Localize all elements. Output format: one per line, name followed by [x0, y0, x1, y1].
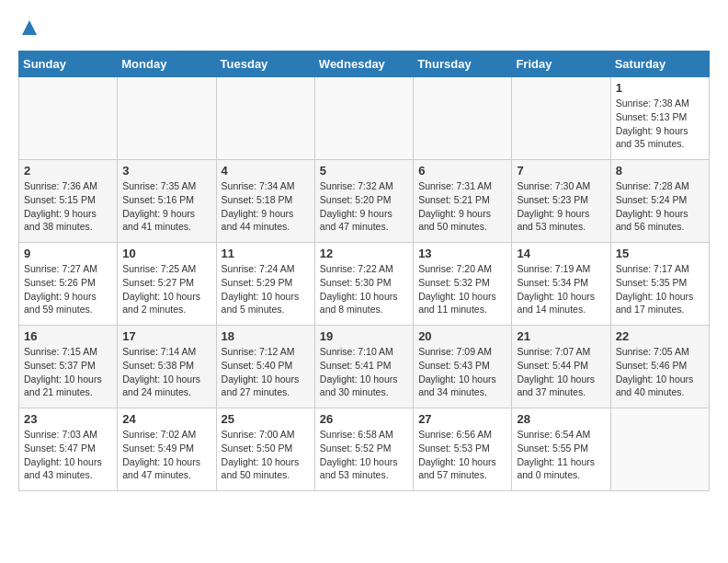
- day-cell: 22Sunrise: 7:05 AM Sunset: 5:46 PM Dayli…: [610, 326, 709, 408]
- day-number: 16: [24, 329, 112, 343]
- header-cell-thursday: Thursday: [414, 52, 512, 77]
- day-number: 25: [222, 412, 310, 426]
- day-cell: 7Sunrise: 7:30 AM Sunset: 5:23 PM Daylig…: [512, 160, 610, 243]
- header-cell-sunday: Sunday: [19, 52, 118, 77]
- day-info: Sunrise: 7:00 AM Sunset: 5:50 PM Dayligh…: [222, 428, 310, 482]
- day-number: 26: [320, 412, 408, 426]
- week-row-4: 16Sunrise: 7:15 AM Sunset: 5:37 PM Dayli…: [19, 326, 710, 408]
- day-cell: 16Sunrise: 7:15 AM Sunset: 5:37 PM Dayli…: [19, 326, 118, 408]
- day-info: Sunrise: 7:02 AM Sunset: 5:49 PM Dayligh…: [122, 428, 210, 482]
- day-info: Sunrise: 7:19 AM Sunset: 5:34 PM Dayligh…: [517, 262, 605, 316]
- day-number: 12: [320, 247, 408, 260]
- week-row-1: 1Sunrise: 7:38 AM Sunset: 5:13 PM Daylig…: [19, 77, 710, 160]
- day-number: 27: [418, 412, 506, 426]
- header-cell-monday: Monday: [118, 52, 216, 77]
- day-number: 9: [24, 247, 112, 260]
- header-cell-friday: Friday: [512, 52, 610, 77]
- day-cell: 6Sunrise: 7:31 AM Sunset: 5:21 PM Daylig…: [414, 160, 512, 243]
- day-info: Sunrise: 6:56 AM Sunset: 5:53 PM Dayligh…: [418, 428, 506, 482]
- day-number: 21: [517, 329, 605, 343]
- day-cell: 2Sunrise: 7:36 AM Sunset: 5:15 PM Daylig…: [19, 160, 118, 243]
- day-info: Sunrise: 7:36 AM Sunset: 5:15 PM Dayligh…: [24, 179, 112, 234]
- day-cell: 3Sunrise: 7:35 AM Sunset: 5:16 PM Daylig…: [118, 160, 216, 243]
- day-cell: 14Sunrise: 7:19 AM Sunset: 5:34 PM Dayli…: [512, 243, 610, 326]
- week-row-2: 2Sunrise: 7:36 AM Sunset: 5:15 PM Daylig…: [19, 160, 710, 243]
- day-number: 14: [517, 247, 605, 260]
- calendar-header-row: SundayMondayTuesdayWednesdayThursdayFrid…: [19, 52, 710, 77]
- day-cell: 18Sunrise: 7:12 AM Sunset: 5:40 PM Dayli…: [216, 326, 314, 408]
- calendar-body: 1Sunrise: 7:38 AM Sunset: 5:13 PM Daylig…: [19, 77, 710, 491]
- week-row-3: 9Sunrise: 7:27 AM Sunset: 5:26 PM Daylig…: [19, 243, 710, 326]
- day-info: Sunrise: 7:31 AM Sunset: 5:21 PM Dayligh…: [418, 179, 506, 234]
- day-cell: 27Sunrise: 6:56 AM Sunset: 5:53 PM Dayli…: [414, 408, 512, 491]
- day-info: Sunrise: 7:05 AM Sunset: 5:46 PM Dayligh…: [616, 345, 704, 399]
- day-number: 22: [616, 329, 704, 343]
- week-row-5: 23Sunrise: 7:03 AM Sunset: 5:47 PM Dayli…: [19, 408, 710, 491]
- day-cell: [216, 77, 314, 160]
- day-cell: 15Sunrise: 7:17 AM Sunset: 5:35 PM Dayli…: [610, 243, 709, 326]
- header: [18, 18, 710, 41]
- day-cell: 17Sunrise: 7:14 AM Sunset: 5:38 PM Dayli…: [118, 326, 216, 408]
- day-cell: 19Sunrise: 7:10 AM Sunset: 5:41 PM Dayli…: [314, 326, 413, 408]
- day-number: 19: [320, 329, 408, 343]
- day-cell: 12Sunrise: 7:22 AM Sunset: 5:30 PM Dayli…: [314, 243, 413, 326]
- day-number: 1: [616, 81, 704, 95]
- day-info: Sunrise: 7:25 AM Sunset: 5:27 PM Dayligh…: [122, 262, 210, 316]
- logo: [18, 18, 39, 41]
- svg-marker-0: [22, 20, 37, 35]
- day-number: 2: [24, 164, 112, 178]
- day-info: Sunrise: 7:30 AM Sunset: 5:23 PM Dayligh…: [517, 179, 605, 234]
- day-number: 23: [24, 412, 112, 426]
- day-cell: 9Sunrise: 7:27 AM Sunset: 5:26 PM Daylig…: [19, 243, 118, 326]
- day-info: Sunrise: 7:35 AM Sunset: 5:16 PM Dayligh…: [122, 179, 210, 234]
- day-info: Sunrise: 7:12 AM Sunset: 5:40 PM Dayligh…: [222, 345, 310, 399]
- day-cell: 26Sunrise: 6:58 AM Sunset: 5:52 PM Dayli…: [314, 408, 413, 491]
- day-cell: 13Sunrise: 7:20 AM Sunset: 5:32 PM Dayli…: [414, 243, 512, 326]
- day-number: 24: [122, 412, 210, 426]
- day-info: Sunrise: 7:34 AM Sunset: 5:18 PM Dayligh…: [222, 179, 310, 234]
- day-info: Sunrise: 7:32 AM Sunset: 5:20 PM Dayligh…: [320, 179, 408, 234]
- day-info: Sunrise: 7:14 AM Sunset: 5:38 PM Dayligh…: [122, 345, 210, 399]
- day-cell: 20Sunrise: 7:09 AM Sunset: 5:43 PM Dayli…: [414, 326, 512, 408]
- day-cell: 23Sunrise: 7:03 AM Sunset: 5:47 PM Dayli…: [19, 408, 118, 491]
- day-cell: [314, 77, 413, 160]
- day-number: 8: [616, 164, 704, 178]
- day-cell: 11Sunrise: 7:24 AM Sunset: 5:29 PM Dayli…: [216, 243, 314, 326]
- day-cell: [512, 77, 610, 160]
- day-number: 10: [122, 247, 210, 260]
- day-info: Sunrise: 7:17 AM Sunset: 5:35 PM Dayligh…: [616, 262, 704, 316]
- day-info: Sunrise: 7:20 AM Sunset: 5:32 PM Dayligh…: [418, 262, 506, 316]
- day-number: 11: [222, 247, 310, 260]
- day-info: Sunrise: 7:03 AM Sunset: 5:47 PM Dayligh…: [24, 428, 112, 482]
- day-info: Sunrise: 7:09 AM Sunset: 5:43 PM Dayligh…: [418, 345, 506, 399]
- day-cell: 28Sunrise: 6:54 AM Sunset: 5:55 PM Dayli…: [512, 408, 610, 491]
- header-cell-tuesday: Tuesday: [216, 52, 314, 77]
- day-info: Sunrise: 7:28 AM Sunset: 5:24 PM Dayligh…: [616, 179, 704, 234]
- day-info: Sunrise: 7:24 AM Sunset: 5:29 PM Dayligh…: [222, 262, 310, 316]
- day-cell: 21Sunrise: 7:07 AM Sunset: 5:44 PM Dayli…: [512, 326, 610, 408]
- day-info: Sunrise: 7:38 AM Sunset: 5:13 PM Dayligh…: [616, 97, 704, 151]
- day-cell: 8Sunrise: 7:28 AM Sunset: 5:24 PM Daylig…: [610, 160, 709, 243]
- header-cell-saturday: Saturday: [610, 52, 709, 77]
- day-number: 20: [418, 329, 506, 343]
- day-number: 7: [517, 164, 605, 178]
- day-cell: 5Sunrise: 7:32 AM Sunset: 5:20 PM Daylig…: [314, 160, 413, 243]
- day-info: Sunrise: 6:58 AM Sunset: 5:52 PM Dayligh…: [320, 428, 408, 482]
- day-number: 13: [418, 247, 506, 260]
- day-info: Sunrise: 7:22 AM Sunset: 5:30 PM Dayligh…: [320, 262, 408, 316]
- day-cell: [610, 408, 709, 491]
- calendar-table: SundayMondayTuesdayWednesdayThursdayFrid…: [18, 51, 710, 491]
- day-cell: 4Sunrise: 7:34 AM Sunset: 5:18 PM Daylig…: [216, 160, 314, 243]
- day-info: Sunrise: 6:54 AM Sunset: 5:55 PM Dayligh…: [517, 428, 605, 482]
- day-info: Sunrise: 7:10 AM Sunset: 5:41 PM Dayligh…: [320, 345, 408, 399]
- day-cell: [19, 77, 118, 160]
- day-number: 15: [616, 247, 704, 260]
- day-cell: [414, 77, 512, 160]
- day-cell: 25Sunrise: 7:00 AM Sunset: 5:50 PM Dayli…: [216, 408, 314, 491]
- day-number: 4: [222, 164, 310, 178]
- day-info: Sunrise: 7:07 AM Sunset: 5:44 PM Dayligh…: [517, 345, 605, 399]
- day-cell: 1Sunrise: 7:38 AM Sunset: 5:13 PM Daylig…: [610, 77, 709, 160]
- day-number: 17: [122, 329, 210, 343]
- day-number: 3: [122, 164, 210, 178]
- day-number: 6: [418, 164, 506, 178]
